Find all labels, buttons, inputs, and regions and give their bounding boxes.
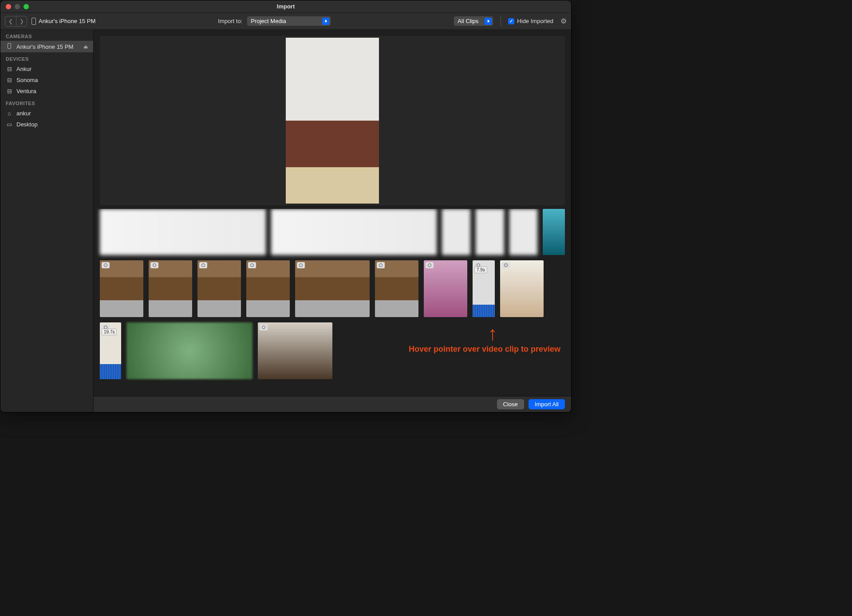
titlebar: Import (0, 0, 571, 13)
annotation: ↑ Hover pointer over video clip to previ… (338, 322, 565, 354)
clip-thumbnail[interactable] (375, 260, 418, 317)
audio-waveform (473, 305, 495, 317)
sidebar-heading-devices: DEVICES (0, 52, 93, 63)
sidebar-item-device[interactable]: ⊟ Ventura (0, 86, 93, 97)
clip-thumbnail[interactable] (246, 260, 290, 317)
main-area: 7.9s 19.7s ↑ Hover pointer o (94, 30, 571, 412)
current-device: Ankur's iPhone 15 PM (32, 18, 95, 25)
eject-icon[interactable]: ⏏ (83, 44, 88, 50)
import-to-select[interactable]: Project Media ▲▼ (247, 16, 331, 26)
sidebar-item-label: Ventura (16, 88, 36, 94)
sidebar-item-device[interactable]: ⊟ Sonoma (0, 75, 93, 86)
window-title: Import (277, 3, 295, 10)
preview-image (286, 38, 379, 204)
camera-icon (150, 262, 158, 268)
clip-filter-value: All Clips (458, 18, 478, 24)
preview-pane (100, 36, 565, 205)
import-all-button[interactable]: Import All (529, 399, 565, 409)
clip-thumbnail[interactable] (126, 322, 252, 379)
clip-duration-badge: 7.9s (474, 267, 487, 273)
sidebar-item-label: ankur (16, 110, 31, 117)
hide-imported-toggle[interactable]: ✓ Hide Imported (508, 18, 553, 24)
current-device-label: Ankur's iPhone 15 PM (39, 18, 95, 24)
sidebar-item-device[interactable]: ⊟ Ankur (0, 63, 93, 75)
grid-row: 7.9s (100, 260, 565, 317)
sidebar-item-label: Desktop (16, 121, 38, 128)
clip-thumbnail[interactable] (295, 260, 370, 317)
settings-gear-button[interactable]: ⚙ (560, 17, 567, 25)
import-to-label: Import to: (218, 18, 242, 24)
nav-forward-button[interactable]: ❯ (16, 16, 27, 26)
grid-row: 19.7s ↑ Hover pointer over video clip to… (100, 322, 565, 379)
zoom-window-button[interactable] (24, 4, 29, 9)
divider (501, 16, 501, 26)
annotation-text: Hover pointer over video clip to preview (409, 345, 560, 354)
disk-icon: ⊟ (6, 66, 13, 72)
clip-thumbnail[interactable] (258, 322, 332, 379)
camera-icon (377, 262, 385, 268)
clip-filter-select[interactable]: All Clips ▲▼ (454, 16, 493, 26)
grid-row (100, 209, 565, 255)
clip-thumbnail[interactable] (100, 260, 143, 317)
camera-icon (426, 262, 434, 268)
import-to-value: Project Media (251, 18, 286, 24)
close-button[interactable]: Close (497, 399, 524, 409)
checkbox-checked-icon: ✓ (508, 18, 514, 24)
sidebar-item-favorite[interactable]: ⌂ ankur (0, 108, 93, 119)
minimize-window-button[interactable] (15, 4, 20, 9)
clip-thumbnail[interactable] (543, 209, 565, 255)
clip-duration-badge: 19.7s (102, 329, 117, 335)
sidebar-item-label: Sonoma (16, 77, 38, 83)
camera-icon (102, 262, 110, 268)
clip-thumbnail[interactable] (149, 260, 192, 317)
disk-icon: ⊟ (6, 77, 13, 83)
toolbar: ❮ ❯ Ankur's iPhone 15 PM Import to: Proj… (0, 13, 571, 30)
clip-thumbnail[interactable] (442, 209, 470, 255)
desktop-icon: ▭ (6, 121, 13, 128)
body: CAMERAS Ankur's iPhone 15 PM ⏏ DEVICES ⊟… (0, 30, 571, 412)
clip-thumbnail[interactable] (476, 209, 504, 255)
import-window: Import ❮ ❯ Ankur's iPhone 15 PM Import t… (0, 0, 572, 412)
updown-icon: ▲▼ (485, 18, 492, 25)
updown-icon: ▲▼ (322, 18, 329, 25)
nav-back-button[interactable]: ❮ (5, 16, 16, 26)
camera-icon (502, 262, 510, 268)
thumbnail-grid: 7.9s 19.7s ↑ Hover pointer o (94, 209, 571, 396)
sidebar-item-label: Ankur (16, 66, 32, 72)
window-controls (6, 4, 29, 9)
annotation-arrow-icon: ↑ (488, 322, 497, 345)
camera-icon (260, 324, 268, 330)
video-clip-thumbnail[interactable]: 7.9s (473, 260, 495, 317)
close-window-button[interactable] (6, 4, 11, 9)
nav-arrows: ❮ ❯ (5, 16, 27, 27)
clip-thumbnail[interactable] (197, 260, 241, 317)
audio-waveform (100, 364, 121, 379)
sidebar-item-label: Ankur's iPhone 15 PM (16, 43, 73, 50)
hide-imported-label: Hide Imported (517, 18, 553, 24)
sidebar-heading-cameras: CAMERAS (0, 30, 93, 41)
clip-thumbnail[interactable] (100, 209, 266, 255)
clip-thumbnail[interactable] (500, 260, 544, 317)
camera-icon (248, 262, 256, 268)
clip-thumbnail[interactable] (271, 209, 437, 255)
clip-thumbnail[interactable] (509, 209, 538, 255)
footer: Close Import All (94, 396, 571, 412)
video-clip-thumbnail[interactable]: 19.7s (100, 322, 121, 379)
camera-icon (297, 262, 305, 268)
clip-thumbnail[interactable] (424, 260, 467, 317)
sidebar-heading-favorites: FAVORITES (0, 97, 93, 108)
sidebar: CAMERAS Ankur's iPhone 15 PM ⏏ DEVICES ⊟… (0, 30, 94, 412)
disk-icon: ⊟ (6, 88, 13, 94)
camera-icon (199, 262, 207, 268)
sidebar-item-favorite[interactable]: ▭ Desktop (0, 119, 93, 130)
sidebar-item-camera[interactable]: Ankur's iPhone 15 PM ⏏ (0, 41, 93, 52)
phone-icon (6, 43, 13, 50)
phone-icon (32, 18, 36, 25)
home-icon: ⌂ (6, 110, 13, 117)
